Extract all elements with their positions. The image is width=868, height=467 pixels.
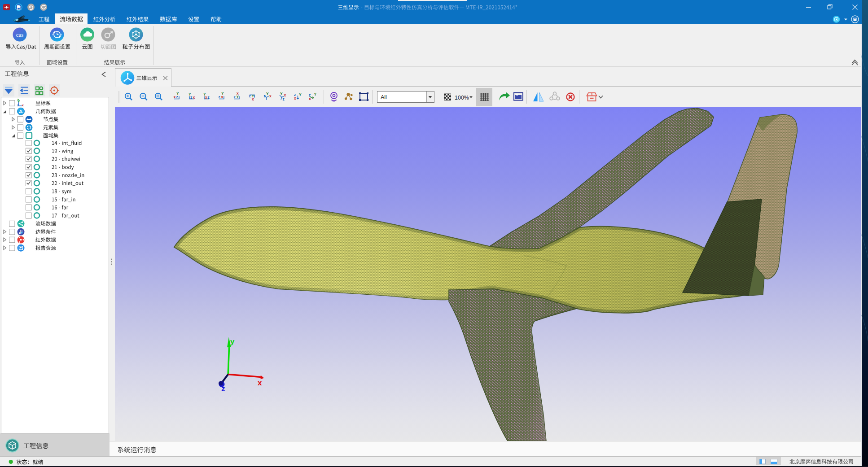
svg-text:y: y (230, 337, 235, 346)
svg-text:z: z (221, 384, 225, 393)
svg-text:x: x (258, 379, 262, 387)
